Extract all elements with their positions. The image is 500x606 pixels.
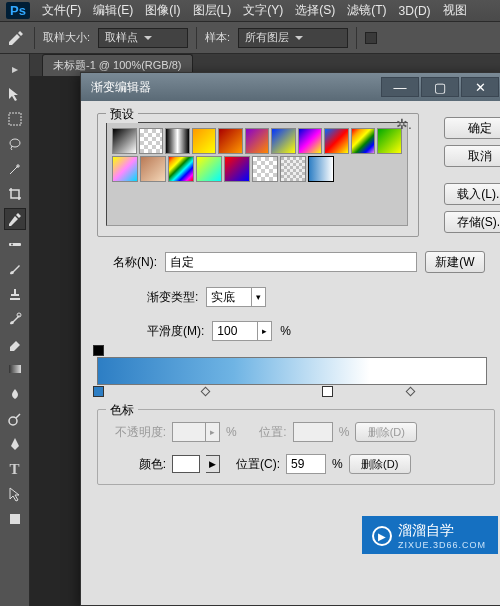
delete-color-stop-button[interactable]: 删除(D) xyxy=(349,454,411,474)
stamp-tool-icon[interactable] xyxy=(4,283,26,305)
preset-swatch[interactable] xyxy=(112,156,138,182)
load-button[interactable]: 载入(L).. xyxy=(444,183,500,205)
position-c-input[interactable] xyxy=(286,454,326,474)
crop-tool-icon[interactable] xyxy=(4,183,26,205)
percent-label: % xyxy=(280,324,291,338)
wand-tool-icon[interactable] xyxy=(4,158,26,180)
menu-file[interactable]: 文件(F) xyxy=(42,2,81,19)
sample-layer-select[interactable]: 所有图层 xyxy=(238,28,348,48)
separator xyxy=(196,27,197,49)
heal-tool-icon[interactable] xyxy=(4,233,26,255)
menu-select[interactable]: 选择(S) xyxy=(295,2,335,19)
stops-label: 色标 xyxy=(106,402,138,419)
tool-preset-icon[interactable] xyxy=(6,28,26,48)
path-select-icon[interactable] xyxy=(4,483,26,505)
preset-swatch[interactable] xyxy=(165,128,190,154)
svg-point-1 xyxy=(10,139,20,147)
history-brush-icon[interactable] xyxy=(4,308,26,330)
pen-tool-icon[interactable] xyxy=(4,433,26,455)
preset-swatch[interactable] xyxy=(324,128,349,154)
gradient-bar[interactable] xyxy=(97,357,487,385)
position-label: 位置: xyxy=(243,424,287,441)
blur-tool-icon[interactable] xyxy=(4,383,26,405)
presets-label: 预设 xyxy=(106,106,138,123)
preset-swatches xyxy=(106,122,408,226)
main-menu-bar: Ps 文件(F) 编辑(E) 图像(I) 图层(L) 文字(Y) 选择(S) 滤… xyxy=(0,0,500,22)
preset-swatch[interactable] xyxy=(168,156,194,182)
color-well[interactable] xyxy=(172,455,200,473)
preset-swatch[interactable] xyxy=(298,128,323,154)
smoothness-input[interactable]: 100▸ xyxy=(212,321,272,341)
preset-swatch[interactable] xyxy=(140,156,166,182)
preset-swatch[interactable] xyxy=(245,128,270,154)
dialog-titlebar[interactable]: 渐变编辑器 — ▢ ✕ xyxy=(81,73,500,101)
watermark-text: 溜溜自学 xyxy=(398,522,454,538)
preset-swatch[interactable] xyxy=(139,128,164,154)
sample-size-label: 取样大小: xyxy=(43,30,90,45)
sample-label: 样本: xyxy=(205,30,230,45)
watermark-badge: ▶ 溜溜自学 ZIXUE.3D66.COM xyxy=(362,516,498,554)
play-circle-icon: ▶ xyxy=(372,526,392,546)
toolbox: ▸ T xyxy=(0,54,30,606)
preset-swatch[interactable] xyxy=(224,156,250,182)
separator xyxy=(34,27,35,49)
preset-swatch[interactable] xyxy=(271,128,296,154)
options-bar: 取样大小: 取样点 样本: 所有图层 xyxy=(0,22,500,54)
presets-group: 预设 ✲. xyxy=(97,113,419,237)
position-input xyxy=(293,422,333,442)
menu-3d[interactable]: 3D(D) xyxy=(399,4,431,18)
lasso-tool-icon[interactable] xyxy=(4,133,26,155)
eraser-tool-icon[interactable] xyxy=(4,333,26,355)
smoothness-label: 平滑度(M): xyxy=(147,323,204,340)
dialog-title: 渐变编辑器 xyxy=(91,79,151,96)
gradient-type-select[interactable]: 实底▾ xyxy=(206,287,266,307)
gradient-tool-icon[interactable] xyxy=(4,358,26,380)
brush-tool-icon[interactable] xyxy=(4,258,26,280)
menu-image[interactable]: 图像(I) xyxy=(145,2,180,19)
svg-rect-8 xyxy=(10,514,20,524)
preset-swatch[interactable] xyxy=(252,156,278,182)
close-button[interactable]: ✕ xyxy=(461,77,499,97)
name-input[interactable] xyxy=(165,252,417,272)
menu-type[interactable]: 文字(Y) xyxy=(243,2,283,19)
menu-filter[interactable]: 滤镜(T) xyxy=(347,2,386,19)
gradient-bar-editor[interactable] xyxy=(97,357,487,385)
preset-swatch[interactable] xyxy=(218,128,243,154)
menu-edit[interactable]: 编辑(E) xyxy=(93,2,133,19)
type-tool-icon[interactable]: T xyxy=(4,458,26,480)
preset-swatch[interactable] xyxy=(192,128,217,154)
color-picker-arrow[interactable]: ▶ xyxy=(206,455,220,473)
preset-swatch[interactable] xyxy=(280,156,306,182)
preset-swatch[interactable] xyxy=(308,156,334,182)
marquee-tool-icon[interactable] xyxy=(4,108,26,130)
rectangle-tool-icon[interactable] xyxy=(4,508,26,530)
minimize-button[interactable]: — xyxy=(381,77,419,97)
midpoint-diamond[interactable] xyxy=(201,387,211,397)
delete-opacity-stop-button: 删除(D) xyxy=(355,422,417,442)
menu-view[interactable]: 视图 xyxy=(443,2,467,19)
preset-swatch[interactable] xyxy=(112,128,137,154)
name-label: 名称(N): xyxy=(97,254,157,271)
save-button[interactable]: 存储(S).. xyxy=(444,211,500,233)
tab-toggle-icon[interactable]: ▸ xyxy=(4,58,26,80)
eyedropper-tool-icon[interactable] xyxy=(4,208,26,230)
presets-gear-icon[interactable]: ✲. xyxy=(396,116,412,132)
sample-size-select[interactable]: 取样点 xyxy=(98,28,188,48)
cancel-button[interactable]: 取消 xyxy=(444,145,500,167)
opacity-stop[interactable] xyxy=(93,345,104,356)
svg-point-6 xyxy=(9,417,17,425)
midpoint-diamond[interactable] xyxy=(406,387,416,397)
ok-button[interactable]: 确定 xyxy=(444,117,500,139)
show-ring-checkbox[interactable] xyxy=(365,32,377,44)
color-stop-selected[interactable] xyxy=(322,386,333,397)
dodge-tool-icon[interactable] xyxy=(4,408,26,430)
menu-layer[interactable]: 图层(L) xyxy=(193,2,232,19)
preset-swatch[interactable] xyxy=(351,128,376,154)
percent-label: % xyxy=(339,425,350,439)
new-button[interactable]: 新建(W xyxy=(425,251,485,273)
preset-swatch[interactable] xyxy=(196,156,222,182)
position-c-label: 位置(C): xyxy=(226,456,280,473)
color-stop-left[interactable] xyxy=(93,386,104,397)
move-tool-icon[interactable] xyxy=(4,83,26,105)
maximize-button[interactable]: ▢ xyxy=(421,77,459,97)
